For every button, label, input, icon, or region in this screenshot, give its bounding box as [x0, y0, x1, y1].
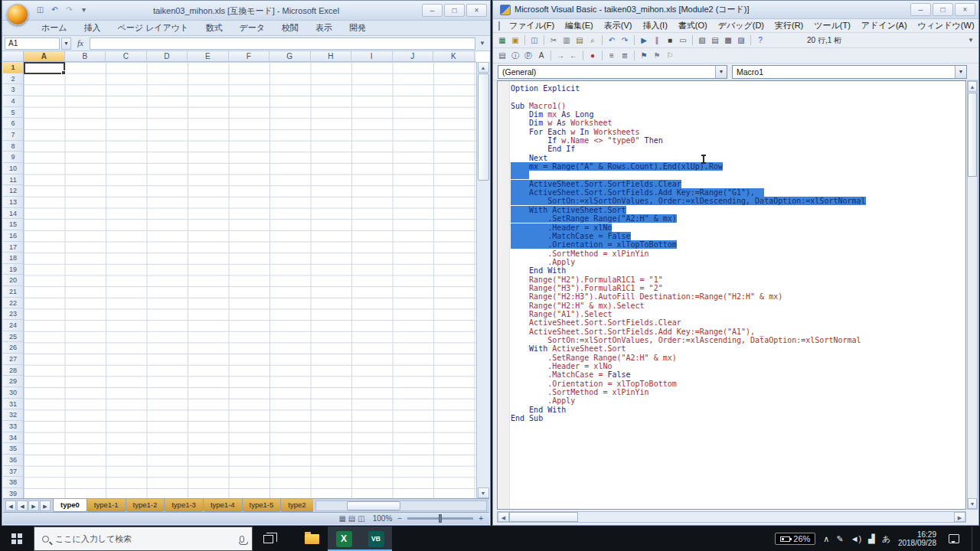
code-line[interactable]: Range("H3").FormulaR1C1 = "2" — [511, 284, 965, 292]
code-line[interactable] — [511, 171, 965, 179]
code-vertical-scrollbar[interactable]: ▲ ▼ — [967, 80, 978, 510]
code-line[interactable]: Dim mx As Long — [511, 110, 965, 119]
row-header-1[interactable]: 1 — [3, 62, 23, 73]
indent-icon[interactable]: → — [554, 50, 567, 62]
column-header-C[interactable]: C — [106, 51, 147, 61]
name-box-dropdown-icon[interactable]: ▼ — [61, 37, 71, 50]
last-sheet-icon[interactable]: ▶ — [40, 500, 51, 511]
row-header-38[interactable]: 38 — [3, 477, 23, 488]
help-icon[interactable]: ? — [754, 34, 766, 47]
network-icon[interactable]: ▟ — [868, 534, 874, 544]
code-editor[interactable]: Option ExplicitSub Macro1() Dim mx As Lo… — [497, 80, 966, 510]
close-button[interactable]: × — [466, 4, 487, 17]
column-header-E[interactable]: E — [188, 51, 229, 61]
sheet-tab-type1-3[interactable]: type1-3 — [164, 499, 204, 512]
cut-icon[interactable]: ✂ — [547, 34, 560, 47]
row-header-33[interactable]: 33 — [3, 421, 23, 432]
column-header-H[interactable]: H — [311, 51, 352, 61]
row-header-11[interactable]: 11 — [3, 174, 23, 186]
vertical-scroll-thumb[interactable] — [478, 73, 489, 181]
row-header-32[interactable]: 32 — [3, 409, 23, 421]
code-line[interactable]: Range("H2:H3").AutoFill Destination:=Ran… — [511, 292, 965, 301]
row-header-8[interactable]: 8 — [3, 141, 23, 152]
complete-word-icon[interactable]: A — [535, 50, 547, 62]
save-icon[interactable]: ◫ — [528, 34, 541, 47]
menu-insert[interactable]: 挿入(I) — [637, 20, 672, 31]
row-header-28[interactable]: 28 — [3, 365, 23, 377]
code-line[interactable]: .MatchCase = False — [511, 232, 965, 240]
menu-file[interactable]: ファイル(F) — [504, 20, 560, 31]
scroll-up-icon[interactable]: ▲ — [478, 62, 489, 73]
ribbon-tab-developer[interactable]: 開発 — [341, 21, 374, 35]
row-header-4[interactable]: 4 — [3, 96, 23, 107]
horizontal-scroll-thumb[interactable] — [509, 512, 578, 522]
column-header-D[interactable]: D — [147, 51, 188, 61]
row-header-12[interactable]: 12 — [3, 185, 23, 197]
code-line[interactable]: .SortMethod = xlPinYin — [511, 249, 965, 258]
menu-addins[interactable]: アドイン(A) — [856, 20, 913, 31]
scroll-down-icon[interactable]: ▼ — [478, 487, 489, 498]
row-header-19[interactable]: 19 — [3, 264, 23, 276]
menu-edit[interactable]: 編集(E) — [560, 20, 599, 31]
row-header-29[interactable]: 29 — [3, 376, 23, 387]
row-header-5[interactable]: 5 — [3, 107, 23, 119]
task-view-button[interactable] — [253, 527, 283, 551]
row-header-7[interactable]: 7 — [3, 129, 23, 141]
reset-icon[interactable]: ■ — [664, 34, 676, 47]
code-line[interactable]: Dim w As Worksheet — [511, 119, 965, 127]
row-header-34[interactable]: 34 — [3, 432, 23, 444]
code-line[interactable]: Range("H2").FormulaR1C1 = "1" — [511, 276, 965, 284]
minimize-button[interactable]: – — [422, 4, 443, 17]
row-header-14[interactable]: 14 — [3, 208, 23, 220]
horizontal-scrollbar[interactable] — [315, 500, 487, 511]
dropdown-arrow-icon[interactable]: ▼ — [955, 66, 966, 78]
code-line[interactable]: With ActiveSheet.Sort — [511, 344, 965, 353]
find-icon[interactable]: ⌕ — [586, 34, 599, 47]
speaker-icon[interactable]: ◄) — [851, 534, 862, 543]
code-line[interactable]: SortOn:=xlSortOnValues, Order:=xlDescend… — [511, 197, 965, 205]
list-properties-icon[interactable]: ▤ — [496, 50, 508, 62]
code-line[interactable]: .Orientation = xlTopToBottom — [511, 380, 965, 388]
code-line[interactable]: End With — [511, 266, 965, 275]
menu-run[interactable]: 実行(R) — [769, 20, 808, 31]
taskbar-clock[interactable]: 16:29 2018/09/28 — [898, 530, 936, 548]
menu-view[interactable]: 表示(V) — [599, 20, 638, 31]
code-line[interactable]: End Sub — [511, 414, 965, 422]
ribbon-tab-view[interactable]: 表示 — [307, 21, 341, 35]
row-header-37[interactable]: 37 — [3, 466, 23, 478]
ribbon-tab-insert[interactable]: 挿入 — [76, 21, 109, 35]
row-header-20[interactable]: 20 — [3, 275, 23, 286]
break-icon[interactable]: ∥ — [651, 34, 663, 47]
taskbar-search[interactable]: ここに入力して検索 — [34, 527, 253, 551]
parameter-info-icon[interactable]: ⓟ — [522, 50, 534, 62]
row-header-6[interactable]: 6 — [3, 118, 23, 129]
redo-icon[interactable]: ↷ — [619, 34, 631, 47]
previous-sheet-icon[interactable]: ◀ — [17, 500, 28, 511]
undo-icon[interactable]: ↶ — [606, 34, 618, 47]
battery-status[interactable]: 26% — [775, 533, 815, 545]
margin-indicator-bar[interactable] — [498, 81, 510, 509]
code-line[interactable]: .Apply — [511, 258, 965, 266]
code-line[interactable]: Option Explicit — [511, 84, 965, 93]
sheet-tab-type1-1[interactable]: type1-1 — [87, 499, 126, 512]
code-line[interactable]: ActiveSheet.Sort.SortFields.Clear — [511, 318, 965, 327]
row-header-23[interactable]: 23 — [3, 308, 23, 320]
ribbon-tab-data[interactable]: データ — [230, 21, 273, 35]
quick-info-icon[interactable]: ⓘ — [509, 50, 521, 62]
code-line[interactable]: .Apply — [511, 396, 965, 405]
formula-input[interactable] — [90, 37, 475, 50]
copy-icon[interactable]: ▥ — [560, 34, 573, 47]
column-header-A[interactable]: A — [24, 51, 65, 61]
code-line[interactable]: If w.Name <> "type0" Then — [511, 136, 965, 145]
column-header-B[interactable]: B — [65, 51, 106, 61]
code-line[interactable]: Range("A1").Select — [511, 310, 965, 318]
worksheet-grid[interactable] — [24, 62, 476, 498]
row-header-18[interactable]: 18 — [3, 253, 23, 264]
code-line[interactable]: ActiveSheet.Sort.SortFields.Add Key:=Ran… — [511, 188, 965, 197]
ime-mode-icon[interactable]: あ — [882, 533, 890, 545]
close-button[interactable]: × — [955, 3, 975, 16]
sheet-tab-type1-5[interactable]: type1-5 — [242, 499, 282, 512]
row-header-30[interactable]: 30 — [3, 387, 23, 399]
row-header-13[interactable]: 13 — [3, 197, 23, 208]
microphone-icon[interactable] — [240, 536, 244, 543]
